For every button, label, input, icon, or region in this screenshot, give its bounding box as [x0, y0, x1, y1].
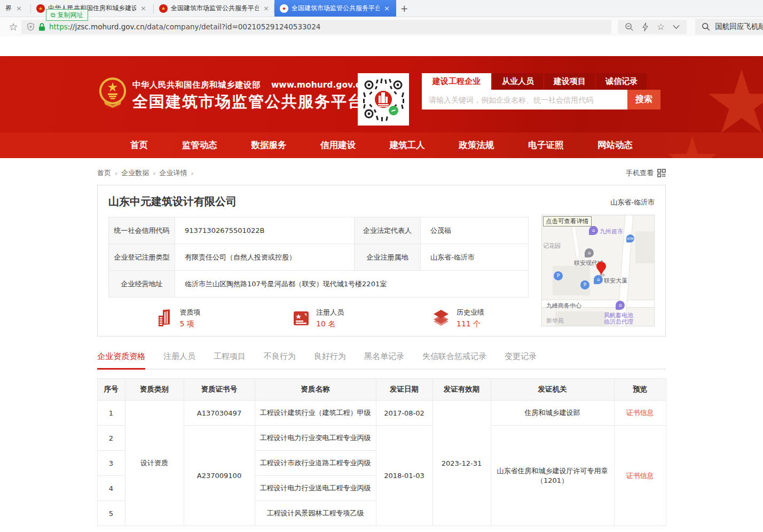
breadcrumb: 首页 › 企业数据 › 企业详情 › 手机查看 [97, 168, 666, 178]
certificate-info-link[interactable]: 证书信息 [626, 472, 654, 480]
search-tab-project[interactable]: 建设项目 [545, 73, 595, 90]
new-tab-button[interactable]: + [396, 0, 412, 17]
seq-cell: 2 [97, 426, 125, 451]
search-icon [702, 22, 710, 31]
nav-item-workers[interactable]: 建筑工人 [390, 132, 425, 158]
browser-toolbar: ☆ https://jzsc.mohurd.gov.cn/data/compan… [0, 17, 763, 36]
quick-search-box[interactable]: 国航回应飞机颠簸 [695, 19, 763, 35]
tab-registered-personnel[interactable]: 注册人员 [163, 351, 195, 369]
cert-no-cell: A237009100 [184, 426, 255, 526]
close-icon[interactable]: × [384, 4, 390, 12]
nav-item-site-news[interactable]: 网站动态 [597, 132, 633, 158]
chevron-down-icon[interactable] [673, 25, 680, 29]
qr-code-image [360, 76, 406, 122]
atm-poi-icon: ATM [626, 234, 634, 242]
tab-label: 全国建筑市场监管公共服务平台 [292, 4, 380, 13]
reg-type-value: 有限责任公司（自然人投资或控股） [175, 244, 355, 271]
toolbar-tools: ☆ [618, 20, 687, 34]
qualification-table: 序号 资质类别 资质证书号 资质名称 发证日期 发证有效期 发证机关 预览 1 … [97, 378, 666, 526]
tab-good-behavior[interactable]: 良好行为 [314, 351, 346, 369]
url-text[interactable]: https://jzsc.mohurd.gov.cn/data/company/… [49, 22, 320, 31]
location-map[interactable]: 点击可查看详情 ⌂ 九州超市 ATM 记花园 ⌂ 联安现代城 ⌂ 联安大厦 P … [541, 215, 655, 326]
table-row: 1 设计资质 A137030497 工程设计建筑行业（建筑工程）甲级 2017-… [97, 401, 666, 426]
platform-title: 全国建筑市场监管公共服务平台 [132, 91, 364, 113]
tab-change-records[interactable]: 变更记录 [505, 351, 537, 369]
copy-url-tooltip: ⧉ 复制网址 [46, 9, 88, 21]
supermarket-poi-icon: ⌂ [589, 226, 598, 235]
map-hint-label: 点击可查看详情 [543, 216, 592, 226]
zoom-out-icon[interactable] [625, 22, 634, 32]
copy-icon: ⧉ [51, 11, 56, 19]
browser-tab-2[interactable]: ★ 全国建筑市场监管公共服务平台 × [154, 0, 274, 17]
layers-icon [432, 310, 450, 327]
qual-name-cell: 工程设计市政行业道路工程专业丙级 [255, 451, 376, 476]
preview-cell: 证书信息 [614, 426, 666, 526]
tab-qualifications[interactable]: 企业资质资格 [97, 351, 145, 370]
nav-item-e-license[interactable]: 电子证照 [528, 132, 563, 158]
qr-code-icon[interactable] [657, 169, 666, 177]
credit-code-value: 91371302675501022B [175, 217, 355, 244]
breadcrumb-home[interactable]: 首页 [97, 168, 111, 178]
lightning-icon[interactable] [642, 22, 649, 32]
close-icon[interactable]: × [140, 4, 146, 12]
parking-icon: P [554, 271, 563, 280]
nav-item-policy[interactable]: 政策法规 [459, 132, 494, 158]
seq-cell: 4 [97, 476, 125, 501]
nav-item-credit[interactable]: 信用建设 [320, 132, 356, 158]
breadcrumb-company-detail[interactable]: 企业详情 [159, 168, 187, 178]
breadcrumb-company-data[interactable]: 企业数据 [121, 168, 149, 178]
emblem-favicon-icon: ★ [36, 4, 45, 13]
close-icon[interactable]: × [16, 4, 22, 12]
id-card-icon [293, 310, 310, 326]
address-bar[interactable]: https://jzsc.mohurd.gov.cn/data/company/… [21, 20, 611, 34]
tab-label: 全国建筑市场监管公共服务平台 [171, 4, 259, 13]
mobile-view-label[interactable]: 手机查看 [626, 168, 654, 178]
header-search-widget: 建设工程企业 从业人员 建设项目 诚信记录 搜索 [422, 73, 660, 109]
shield-icon[interactable] [27, 22, 35, 31]
search-tab-credit[interactable]: 诚信记录 [596, 73, 647, 90]
stat-registered-personnel[interactable]: 注册人员 10 名 [248, 308, 388, 329]
seq-cell: 3 [97, 451, 125, 476]
preview-cell: 证书信息 [614, 401, 666, 426]
nav-item-home[interactable]: 首页 [130, 132, 148, 158]
browser-tab-active[interactable]: ★ 全国建筑市场监管公共服务平台 × [274, 0, 396, 17]
authority-cell: 住房和城乡建设部 [491, 401, 614, 426]
stat-qualifications[interactable]: 资质项 5 项 [108, 308, 248, 329]
site-header: 中华人民共和国住房和城乡建设部www.mohurd.gov.cn 全国建筑市场监… [0, 56, 763, 158]
header-qr-code [358, 73, 409, 126]
ministry-site-url: www.mohurd.gov.cn [271, 80, 366, 90]
reg-region-value: 山东省-临沂市 [421, 244, 529, 271]
tab-projects[interactable]: 工程项目 [214, 351, 246, 369]
field-label: 企业登记注册类型 [109, 244, 175, 271]
close-icon[interactable]: × [263, 4, 269, 12]
main-nav: 首页 监管动态 数据服务 信用建设 建筑工人 政策法规 电子证照 网站动态 [0, 132, 763, 158]
qual-name-cell: 工程设计电力行业变电工程专业丙级 [255, 426, 376, 451]
nav-item-supervision[interactable]: 监管动态 [182, 132, 217, 158]
battery-poi-icon: ⌂ [616, 301, 625, 310]
favorite-star-icon[interactable]: ☆ [657, 21, 665, 32]
search-button[interactable]: 搜索 [627, 90, 660, 109]
national-emblem-logo [98, 76, 127, 108]
emblem-favicon-icon: ★ [159, 4, 168, 13]
tab-bad-behavior[interactable]: 不良行为 [264, 351, 296, 369]
search-tab-personnel[interactable]: 从业人员 [493, 73, 543, 90]
lock-icon [38, 23, 45, 31]
bookmark-star-icon[interactable]: ☆ [5, 21, 21, 33]
nav-item-data-service[interactable]: 数据服务 [251, 132, 286, 158]
building-poi-icon: ⌂ [585, 248, 594, 257]
address-value: 临沂市兰山区陶然路107号星河晶都（联安）现代城1号楼2201室 [175, 271, 529, 298]
legal-rep-value: 公茂福 [421, 217, 529, 244]
browser-tab-strip: 界 × ★ 中华人民共和国住房和城乡建设 × ★ 全国建筑市场监管公共服务平台 … [0, 0, 763, 17]
quick-search-text: 国航回应飞机颠簸 [715, 22, 763, 32]
tab-dishonesty-records[interactable]: 失信联合惩戒记录 [422, 351, 486, 369]
stat-historical-performance[interactable]: 历史业绩 111 个 [388, 308, 528, 329]
keyword-search-input[interactable] [422, 90, 627, 109]
parking-icon: P [580, 280, 589, 290]
field-label: 企业注册属地 [355, 244, 421, 271]
browser-tab-0[interactable]: 界 × [0, 0, 31, 17]
search-tab-enterprise[interactable]: 建设工程企业 [422, 73, 491, 90]
tab-blacklist[interactable]: 黑名单记录 [364, 351, 404, 369]
certificate-info-link[interactable]: 证书信息 [626, 409, 654, 417]
building-icon [156, 309, 174, 327]
emblem-favicon-icon: ★ [280, 4, 288, 13]
